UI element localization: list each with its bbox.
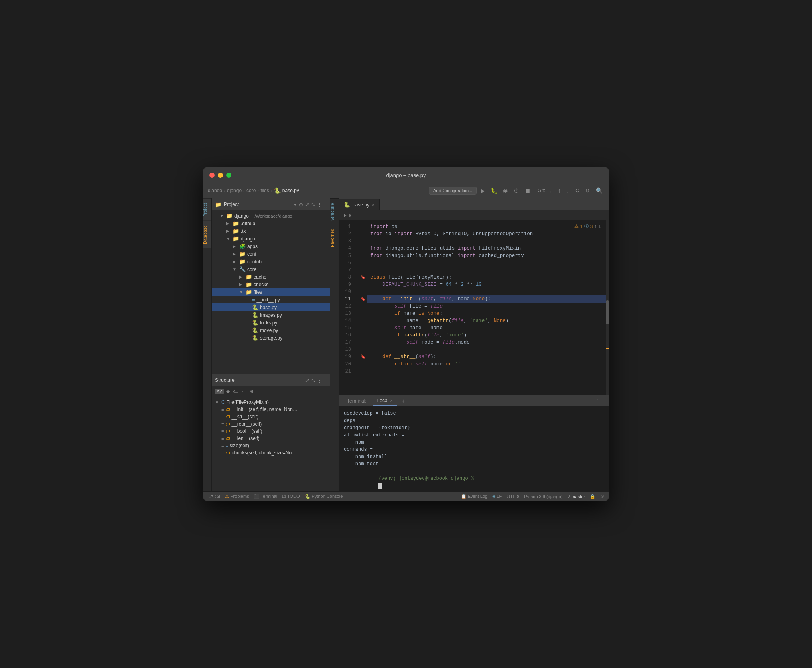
search-icon[interactable]: 🔍 — [594, 187, 604, 195]
debug-icon[interactable]: 🐛 — [489, 187, 499, 195]
todo-status-item[interactable]: ☑ TODO — [282, 494, 300, 499]
favorites-side-label[interactable]: Favorites — [330, 225, 339, 251]
breadcrumb-core[interactable]: core — [246, 188, 256, 193]
tree-django-folder[interactable]: ▼ 📁 django — [212, 235, 330, 242]
expand-icon[interactable]: ⤢ — [305, 202, 309, 208]
struct-method-size[interactable]: ≡ ≡ size(self) — [212, 442, 330, 449]
terminal-more-icon[interactable]: ⋮ — [595, 398, 600, 404]
info-icon: ⓘ — [584, 223, 589, 229]
tree-root[interactable]: ▼ 📁 django ~/Workspace/django — [212, 212, 330, 220]
maximize-button[interactable] — [226, 173, 231, 178]
collapse-icon[interactable]: ⤡ — [311, 202, 315, 208]
lf-status-item[interactable]: ◈ LF — [492, 494, 502, 499]
terminal-local-tab[interactable]: Local × — [373, 396, 397, 406]
git-status-item[interactable]: ⎇ Git — [208, 494, 220, 499]
terminal-tab-close-icon[interactable]: × — [390, 398, 392, 403]
tree-lockspy-file[interactable]: 🐍 locks.py — [212, 319, 330, 326]
git-status-label: Git — [215, 494, 220, 499]
tree-movepy-file[interactable]: 🐍 move.py — [212, 326, 330, 334]
terminal-minimize-icon[interactable]: – — [601, 398, 604, 404]
bookmark-struct-icon[interactable]: ◆ — [225, 388, 231, 395]
tag-struct-icon[interactable]: 🏷 — [232, 388, 239, 395]
breadcrumb-basepy[interactable]: base.py — [282, 188, 299, 193]
add-configuration-button[interactable]: Add Configuration... — [429, 187, 477, 195]
run-icon[interactable]: ▶ — [479, 187, 487, 195]
gutter-7 — [359, 267, 367, 274]
stop-icon[interactable]: ⏹ — [523, 187, 532, 195]
tree-apps-folder[interactable]: ▶ 🧩 apps — [212, 242, 330, 250]
tree-storagepy-file[interactable]: 🐍 storage.py — [212, 334, 330, 342]
more-options-icon[interactable]: ⋮ — [317, 202, 322, 208]
minimize-panel-icon[interactable]: – — [324, 202, 327, 208]
minimize-button[interactable] — [218, 173, 223, 178]
struct-method-len[interactable]: ≡ 🏷 __len__(self) — [212, 435, 330, 442]
struct-more-icon[interactable]: ⋮ — [317, 377, 322, 383]
editor-area: 1 2 3 4 5 6 7 8 9 10 11 12 13 14 15 16 1 — [339, 220, 609, 395]
settings-item[interactable]: ⚙ — [600, 494, 604, 499]
code-struct-icon[interactable]: ⟩_ — [240, 388, 247, 395]
prev-warning-icon[interactable]: ↑ — [594, 223, 597, 229]
next-warning-icon[interactable]: ↓ — [599, 223, 601, 229]
struct-method-chunks[interactable]: ≡ 🏷 chunks(self, chunk_size=No… — [212, 449, 330, 456]
add-terminal-button[interactable]: + — [400, 398, 406, 404]
tree-contrib-folder[interactable]: ▶ 📁 contrib — [212, 258, 330, 265]
tree-tx-folder[interactable]: ▶ 📁 .tx — [212, 227, 330, 235]
scope-icon[interactable]: ⊙ — [299, 202, 303, 208]
python-version-item[interactable]: Python 3.9 (django) — [524, 494, 562, 499]
encoding-status-item[interactable]: UTF-8 — [507, 494, 519, 499]
side-labels-strip: Project Database — [203, 198, 212, 491]
structure-panel: Structure ⤢ ⤡ ⋮ – AZ ◆ 🏷 ⟩_ ⊞ — [212, 374, 330, 491]
az-sort-icon[interactable]: AZ — [215, 389, 224, 394]
struct-method-bool[interactable]: ≡ 🏷 __bool__(self) — [212, 428, 330, 435]
tree-checks-folder[interactable]: ▶ 📁 checks — [212, 281, 330, 288]
breadcrumb-django[interactable]: django — [208, 188, 222, 193]
struct-minimize-icon[interactable]: – — [324, 377, 327, 383]
editor-scrollbar[interactable] — [606, 220, 609, 395]
structure-side-label[interactable]: Structure — [330, 198, 339, 225]
code-editor[interactable]: import os from io import BytesIO, String… — [367, 220, 606, 395]
breadcrumb-files[interactable]: files — [260, 188, 269, 193]
lock-icon-item[interactable]: 🔒 — [590, 494, 595, 499]
tree-basepy-file[interactable]: 🐍 base.py — [212, 303, 330, 311]
editor-tab-basepy[interactable]: 🐍 base.py × — [339, 199, 380, 210]
coverage-icon[interactable]: ◉ — [501, 187, 510, 195]
git-revert-icon[interactable]: ↺ — [584, 187, 592, 195]
git-icon: ⎇ — [208, 494, 213, 499]
editor-scrollbar-thumb — [606, 300, 609, 324]
breadcrumb-django2[interactable]: django — [227, 188, 242, 193]
git-push-icon[interactable]: ↑ — [556, 187, 562, 195]
tree-github-folder[interactable]: ▶ 📁 .github — [212, 220, 330, 227]
collapse-struct-icon[interactable]: ⤡ — [311, 377, 315, 383]
gutter-5 — [359, 252, 367, 259]
git-fork-icon[interactable]: ⑂ — [548, 187, 554, 195]
database-panel-label[interactable]: Database — [203, 221, 211, 248]
struct-method-repr[interactable]: ≡ 🏷 __repr__(self) — [212, 420, 330, 428]
tree-core-folder[interactable]: ▼ 🔧 core — [212, 265, 330, 273]
tree-imagespy-file[interactable]: 🐍 images.py — [212, 311, 330, 319]
expand-all-icon[interactable]: ⊞ — [248, 388, 254, 395]
git-pull-icon[interactable]: ↓ — [565, 187, 571, 195]
gutter-1 — [359, 223, 367, 230]
struct-method-init[interactable]: ≡ 🏷 __init__(self, file, name=Non… — [212, 406, 330, 413]
expand-struct-icon[interactable]: ⤢ — [305, 377, 309, 383]
git-branch-item[interactable]: ⑂ master — [567, 494, 585, 499]
tree-cache-folder[interactable]: ▶ 📁 cache — [212, 273, 330, 281]
event-log-item[interactable]: 📋 Event Log — [461, 494, 488, 499]
tree-files-folder[interactable]: ▼ 📁 files — [212, 288, 330, 296]
warning-count: 1 — [580, 224, 583, 229]
problems-status-item[interactable]: ⚠ Problems — [225, 494, 249, 499]
terminal-status-item[interactable]: ⬛ Terminal — [254, 494, 277, 499]
git-update-icon[interactable]: ↻ — [573, 187, 581, 195]
tree-conf-folder[interactable]: ▶ 📁 conf — [212, 250, 330, 258]
struct-class-item[interactable]: ▼ C File(FileProxyMixin) — [212, 399, 330, 406]
tree-init-file[interactable]: ≡ __init__.py — [212, 296, 330, 303]
line-num-5: 5 — [339, 252, 354, 259]
python-console-status-item[interactable]: 🐍 Python Console — [305, 494, 343, 499]
struct-method-str[interactable]: ≡ 🏷 __str__(self) — [212, 413, 330, 420]
close-button[interactable] — [209, 173, 215, 178]
line-num-2: 2 — [339, 230, 354, 238]
gutter-3 — [359, 238, 367, 245]
tab-close-icon[interactable]: × — [372, 202, 374, 207]
project-panel-label[interactable]: Project — [203, 198, 211, 221]
profile-icon[interactable]: ⏱ — [512, 187, 521, 195]
